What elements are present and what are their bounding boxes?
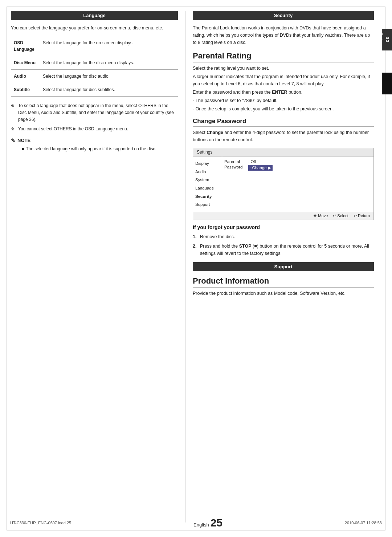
footer: HT-C330-EUR_ENG-0607.indd 25 English 25 … <box>7 515 385 530</box>
parental-text-item: Select the rating level you want to set. <box>193 65 374 72</box>
settings-footer-item: ❖ Move <box>313 213 328 218</box>
parental-text-item: - Once the setup is complete, you will b… <box>193 105 374 113</box>
settings-menu-item: Language <box>195 184 220 192</box>
forgot-steps: 1.Remove the disc.2.Press and hold the S… <box>193 233 374 257</box>
note-item: ※To select a language that does not appe… <box>11 102 178 123</box>
side-tab: 03 Setup <box>382 29 392 50</box>
side-black-highlight <box>382 73 392 94</box>
settings-content: Parental: OffPassword: Change ▶ <box>222 156 373 212</box>
settings-menu-item: Display <box>195 159 220 168</box>
notes-list: ※To select a language that does not appe… <box>11 102 178 133</box>
parental-text-item: Enter the password and then press the EN… <box>193 89 374 96</box>
settings-row: Password: Change ▶ <box>224 165 371 171</box>
note-section: ✎ NOTE ■ The selected language will only… <box>11 138 178 152</box>
settings-menu-item: Audio <box>195 168 220 176</box>
settings-box-header: Settings <box>193 148 373 156</box>
note-icon: ✎ <box>11 138 15 143</box>
forgot-section: If you forgot your password 1.Remove the… <box>193 224 374 257</box>
settings-footer-item: ↵ Select <box>333 213 348 218</box>
note-item: ※You cannot select OTHERS in the OSD Lan… <box>11 126 178 133</box>
main-content: Language You can select the language you… <box>11 11 374 522</box>
settings-box-body: DisplayAudioSystemLanguageSecuritySuppor… <box>193 156 373 212</box>
support-header: Support <box>193 262 374 271</box>
product-info-text: Provide the product information such as … <box>193 290 374 297</box>
page-number: 25 <box>211 517 222 529</box>
change-password-title: Change Password <box>193 118 374 127</box>
security-header: Security <box>193 11 374 20</box>
left-column: Language You can select the language you… <box>11 11 185 522</box>
language-intro: You can select the language you prefer f… <box>11 24 178 32</box>
change-password-intro: Select Change and enter the 4-digit pass… <box>193 129 374 143</box>
lang-desc: Select the language for disc subtitles. <box>40 83 178 97</box>
side-tab-text: Setup <box>379 33 383 47</box>
note-content: ■ The selected language will only appear… <box>16 146 178 152</box>
security-intro: The Parental Lock function works in conj… <box>193 24 374 46</box>
parental-rating-title: Parental Rating <box>193 51 374 62</box>
page-number-label: English <box>193 522 209 528</box>
language-header: Language <box>11 11 178 20</box>
lang-desc: Select the language for the disc menu di… <box>40 56 178 70</box>
lang-label: Disc Menu <box>11 56 40 70</box>
footer-right: 2010-06-07 11:28:53 <box>345 521 382 525</box>
parental-text-item: - The password is set to "7890" by defau… <box>193 97 374 104</box>
forgot-step: 2.Press and hold the STOP (■) button on … <box>193 243 374 257</box>
footer-left: HT-C330-EUR_ENG-0607.indd 25 <box>10 521 71 525</box>
settings-menu-item: Security <box>195 192 220 201</box>
language-table: OSD LanguageSelect the language for the … <box>11 36 178 97</box>
settings-row: Parental: Off <box>224 159 371 164</box>
settings-menu-item: Support <box>195 200 220 209</box>
parental-text-item: A larger number indicates that the progr… <box>193 73 374 88</box>
settings-menu-item: System <box>195 176 220 184</box>
lang-label: Audio <box>11 70 40 83</box>
note-content-item: ■ The selected language will only appear… <box>22 146 178 152</box>
settings-menu: DisplayAudioSystemLanguageSecuritySuppor… <box>193 156 222 212</box>
forgot-title: If you forgot your password <box>193 224 374 230</box>
parental-texts: Select the rating level you want to set.… <box>193 65 374 113</box>
note-title-text: NOTE <box>17 138 30 143</box>
note-title: ✎ NOTE <box>11 138 178 143</box>
page-number-area: English 25 <box>193 517 222 529</box>
product-info-title: Product Information <box>193 276 374 288</box>
forgot-step: 1.Remove the disc. <box>193 233 374 240</box>
side-tab-number: 03 <box>385 37 390 43</box>
lang-label: Subtitle <box>11 83 40 97</box>
right-column: Security The Parental Lock function work… <box>185 11 374 522</box>
settings-footer-item: ↩ Return <box>354 213 370 218</box>
lang-desc: Select the language for the on-screen di… <box>40 36 178 56</box>
settings-footer: ❖ Move↵ Select↩ Return <box>193 212 373 220</box>
lang-label: OSD Language <box>11 36 40 56</box>
lang-desc: Select the language for disc audio. <box>40 70 178 83</box>
settings-box: Settings DisplayAudioSystemLanguageSecur… <box>193 148 374 220</box>
